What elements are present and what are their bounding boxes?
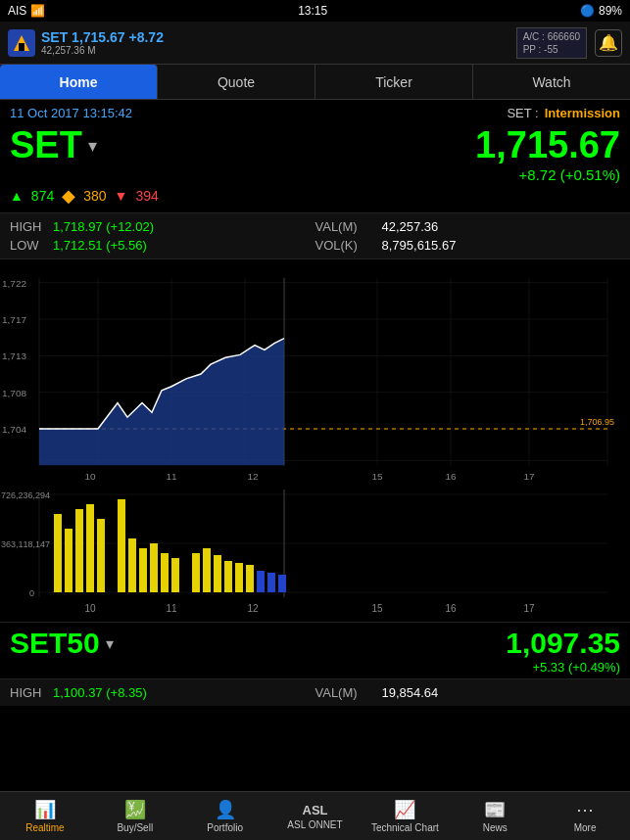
svg-text:1,708: 1,708 xyxy=(2,388,27,398)
svg-text:1,722: 1,722 xyxy=(2,278,27,289)
svg-text:0: 0 xyxy=(29,588,34,598)
svg-rect-53 xyxy=(235,563,243,592)
account-info: A/C : 666660 PP : -55 xyxy=(516,27,587,59)
wifi-icon: 📶 xyxy=(30,4,45,18)
price-chart-svg: 1,706.95 1,722 1,717 1,713 1,708 1,704 1… xyxy=(0,263,630,485)
set50-high-row: HIGH 1,100.37 (+8.35) xyxy=(10,685,315,700)
set50-row: SET50 ▾ 1,097.35 +5.33 (+0.49%) xyxy=(10,627,620,675)
news-icon: 📰 xyxy=(484,799,506,820)
bottom-tab-asl-onnet[interactable]: ASL ASL ONNET xyxy=(270,803,361,830)
battery-label: 89% xyxy=(599,4,622,18)
bottom-tab-portfolio[interactable]: 👤 Portfolio xyxy=(180,799,270,833)
set50-high-low-table: HIGH 1,100.37 (+8.35) VAL(M) 19,854.64 xyxy=(0,678,630,706)
set-index-price: 1,715.67 xyxy=(475,124,620,166)
set-index-name-text: SET xyxy=(10,124,82,166)
market-status-badge: Intermission xyxy=(545,106,620,120)
decline-arrow-icon: ▼ xyxy=(115,188,128,204)
set50-dropdown-icon[interactable]: ▾ xyxy=(106,634,114,653)
account-pp: PP : -55 xyxy=(523,43,580,56)
set-index-row: SET ▾ 1,715.67 +8.72 (+0.51%) xyxy=(0,124,630,183)
tab-watch[interactable]: Watch xyxy=(473,65,630,99)
set50-val-value: 19,854.64 xyxy=(382,685,439,700)
vol-value: 8,795,615.67 xyxy=(382,238,457,253)
buysell-label: Buy/Sell xyxy=(117,822,153,833)
realtime-label: Realtime xyxy=(25,822,64,833)
time-label: 13:15 xyxy=(298,4,327,18)
val-label: VAL(M) xyxy=(315,219,374,234)
app-logo xyxy=(8,29,35,57)
news-label: News xyxy=(483,822,508,833)
set50-val-row: VAL(M) 19,854.64 xyxy=(315,685,621,700)
bottom-tab-buysell[interactable]: 💹 Buy/Sell xyxy=(90,799,180,833)
svg-rect-52 xyxy=(224,561,232,592)
bottom-tab-more[interactable]: ⋯ More xyxy=(540,799,630,833)
svg-rect-42 xyxy=(97,519,105,592)
svg-text:10: 10 xyxy=(84,471,96,482)
decline-count: 394 xyxy=(135,188,158,204)
svg-rect-40 xyxy=(75,509,83,592)
set-index-dropdown-icon[interactable]: ▾ xyxy=(88,135,97,157)
svg-text:726,236,294: 726,236,294 xyxy=(1,490,50,500)
svg-text:1,706.95: 1,706.95 xyxy=(580,417,614,427)
svg-rect-44 xyxy=(128,538,136,592)
set-index-change: +8.72 (+0.51%) xyxy=(475,166,620,183)
set50-high-label: HIGH xyxy=(10,685,45,700)
svg-text:1,713: 1,713 xyxy=(2,350,27,361)
header-index-name: SET 1,715.67 +8.72 xyxy=(41,29,516,45)
low-value: 1,712.51 (+5.56) xyxy=(53,238,147,253)
svg-rect-39 xyxy=(65,529,73,592)
svg-rect-55 xyxy=(257,571,265,592)
svg-text:16: 16 xyxy=(445,603,457,614)
val-row: VAL(M) 42,257.36 xyxy=(315,219,621,234)
more-icon: ⋯ xyxy=(576,799,594,820)
advance-count: 874 xyxy=(31,188,54,204)
svg-rect-51 xyxy=(214,555,221,592)
set50-name-area: SET50 ▾ xyxy=(10,627,114,660)
svg-text:10: 10 xyxy=(84,603,96,614)
svg-text:12: 12 xyxy=(247,471,259,482)
bottom-tab-technical[interactable]: 📈 Technical Chart xyxy=(360,799,450,833)
svg-rect-38 xyxy=(54,514,62,592)
svg-text:15: 15 xyxy=(371,603,383,614)
notification-bell-icon[interactable]: 🔔 xyxy=(595,29,622,57)
vol-label: VOL(K) xyxy=(315,238,374,253)
svg-text:1,717: 1,717 xyxy=(2,314,27,325)
bluetooth-icon: 🔵 xyxy=(580,4,595,18)
market-status-row: SET : Intermission xyxy=(507,106,620,120)
volume-chart-area: 726,236,294 363,118,147 0 10 11 12 15 16… xyxy=(0,485,630,622)
svg-text:17: 17 xyxy=(523,603,535,614)
high-low-table: HIGH 1,718.97 (+12.02) VAL(M) 42,257.36 … xyxy=(0,212,630,259)
low-label: LOW xyxy=(10,238,45,253)
header-bar: SET 1,715.67 +8.72 42,257.36 M A/C : 666… xyxy=(0,22,630,65)
carrier-label: AIS xyxy=(8,4,26,18)
svg-text:363,118,147: 363,118,147 xyxy=(1,539,50,549)
header-right: A/C : 666660 PP : -55 🔔 xyxy=(516,27,622,59)
portfolio-icon: 👤 xyxy=(215,799,236,820)
bottom-tab-realtime[interactable]: 📊 Realtime xyxy=(0,799,90,833)
vol-row: VOL(K) 8,795,615.67 xyxy=(315,238,621,253)
asl-icon: ASL xyxy=(303,803,328,817)
tab-ticker[interactable]: Ticker xyxy=(315,65,473,99)
logo-area xyxy=(8,29,35,57)
header-index-info: SET 1,715.67 +8.72 42,257.36 M xyxy=(41,29,516,56)
svg-rect-54 xyxy=(246,565,254,592)
high-label: HIGH xyxy=(10,219,45,234)
tab-quote[interactable]: Quote xyxy=(158,65,315,99)
bottom-tab-news[interactable]: 📰 News xyxy=(450,799,540,833)
svg-text:11: 11 xyxy=(166,603,177,614)
technical-label: Technical Chart xyxy=(371,822,439,833)
svg-text:1,704: 1,704 xyxy=(2,424,27,435)
svg-rect-41 xyxy=(86,504,94,592)
technical-icon: 📈 xyxy=(394,799,415,820)
svg-rect-48 xyxy=(171,558,179,592)
set-index-name-area: SET ▾ xyxy=(10,124,97,166)
bottom-tab-bar: 📊 Realtime 💹 Buy/Sell 👤 Portfolio ASL AS… xyxy=(0,791,630,840)
svg-rect-50 xyxy=(203,548,211,592)
unchanged-count: 380 xyxy=(83,188,106,204)
svg-text:12: 12 xyxy=(247,603,259,614)
svg-rect-47 xyxy=(161,553,169,592)
svg-text:11: 11 xyxy=(166,471,177,482)
status-bar: AIS 📶 13:15 🔵 89% xyxy=(0,0,630,22)
svg-rect-46 xyxy=(150,543,158,592)
tab-home[interactable]: Home xyxy=(0,65,158,99)
